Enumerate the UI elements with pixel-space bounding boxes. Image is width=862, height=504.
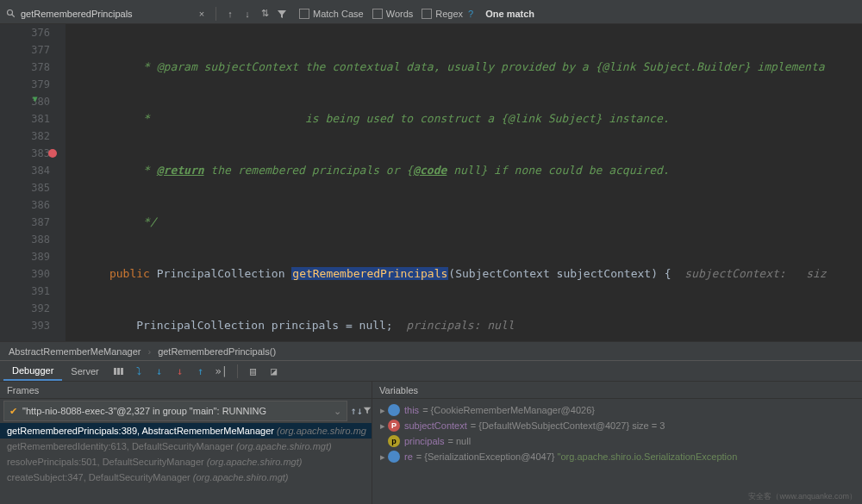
frames-pane: Frames ✔ "http-nio-8088-exec-3"@2,327 in… (0, 382, 372, 504)
frames-header: Frames (0, 382, 372, 399)
filter-frames-icon[interactable] (363, 405, 372, 417)
check-icon: ✔ (9, 406, 17, 417)
prev-frame-icon[interactable]: ↑ (351, 405, 357, 417)
run-to-cursor-icon[interactable]: »| (214, 364, 229, 379)
code-line: public PrincipalCollection getRemembered… (66, 265, 862, 283)
gutter: 3763773783793803813823833843853863873883… (0, 24, 66, 341)
next-match-button[interactable]: ↓ (240, 7, 254, 21)
chevron-down-icon: ⌄ (334, 406, 341, 417)
match-case-checkbox[interactable]: Match Case (299, 9, 364, 19)
code-line: * @param subjectContext the contextual d… (66, 59, 862, 76)
svg-rect-2 (114, 368, 116, 375)
breakpoint-icon[interactable] (48, 149, 57, 158)
breadcrumb[interactable]: AbstractRememberMeManager › getRemembere… (0, 341, 862, 360)
filter-icon[interactable] (275, 7, 289, 21)
chevron-right-icon: › (147, 346, 151, 357)
threads-icon[interactable] (110, 364, 126, 379)
tab-debugger[interactable]: Debugger (3, 362, 62, 381)
select-all-button[interactable]: ⇅ (258, 7, 272, 21)
svg-line-1 (12, 14, 15, 16)
code-line: PrincipalCollection principals = null; p… (66, 317, 862, 334)
svg-rect-3 (117, 368, 120, 375)
step-out-icon[interactable]: ↑ (193, 364, 209, 379)
search-icon (5, 8, 17, 20)
find-help-icon[interactable]: ? (468, 9, 473, 19)
variables-header: Variables (372, 382, 862, 399)
code-line: * @return the remembered principals or {… (66, 162, 862, 179)
step-into-icon[interactable]: ↓ (152, 364, 167, 379)
run-gutter-icon[interactable]: ▶ (31, 96, 41, 102)
code-area[interactable]: * @param subjectContext the contextual d… (66, 24, 862, 341)
tab-server[interactable]: Server (62, 363, 107, 380)
variable-row[interactable]: ▸PsubjectContext = {DefaultWebSubjectCon… (378, 418, 857, 433)
variable-list[interactable]: ▸this = {CookieRememberMeManager@4026}▸P… (372, 399, 862, 504)
next-frame-icon[interactable]: ↓ (357, 405, 363, 417)
match-count: One match (485, 9, 534, 19)
find-bar: × ↑ ↓ ⇅ Match Case Words Regex ? One mat… (0, 3, 862, 24)
debugger-panel: Debugger Server ⤵ ↓ ↓ ↑ »| ▤ ◪ Frames ✔ … (0, 360, 862, 504)
clear-search-icon[interactable]: × (195, 7, 209, 21)
frame-row[interactable]: createSubject:347, DefaultSecurityManage… (0, 470, 372, 485)
variables-pane: Variables ▸this = {CookieRememberMeManag… (372, 382, 862, 504)
frame-list[interactable]: getRememberedPrincipals:389, AbstractRem… (0, 423, 372, 504)
variable-row[interactable]: pprincipals = null (378, 433, 857, 449)
words-checkbox[interactable]: Words (372, 9, 414, 19)
frame-row[interactable]: getRememberedIdentity:613, DefaultSecuri… (0, 439, 372, 454)
variable-row[interactable]: ▸re = {SerializationException@4047} "org… (378, 449, 857, 464)
frame-row[interactable]: resolvePrincipals:501, DefaultSecurityMa… (0, 454, 372, 470)
svg-point-0 (8, 9, 13, 15)
find-input[interactable] (21, 9, 193, 19)
editor-tabs (0, 0, 862, 3)
code-line: * is being used to construct a {@link Su… (66, 110, 862, 128)
breadcrumb-method[interactable]: getRememberedPrincipals() (158, 346, 276, 357)
regex-checkbox[interactable]: Regex (422, 9, 463, 19)
svg-rect-4 (121, 368, 123, 375)
code-line: */ (66, 214, 862, 231)
variable-row[interactable]: ▸this = {CookieRememberMeManager@4026} (378, 402, 857, 418)
force-step-icon[interactable]: ↓ (172, 364, 188, 379)
breadcrumb-class[interactable]: AbstractRememberMeManager (9, 346, 141, 357)
debug-toolbar: Debugger Server ⤵ ↓ ↓ ↑ »| ▤ ◪ (0, 361, 862, 382)
editor[interactable]: 3763773783793803813823833843853863873883… (0, 24, 862, 341)
evaluate-icon[interactable]: ▤ (246, 364, 261, 379)
step-over-icon[interactable]: ⤵ (131, 364, 147, 379)
frame-row[interactable]: getRememberedPrincipals:389, AbstractRem… (0, 423, 372, 439)
trace-icon[interactable]: ◪ (266, 364, 282, 379)
thread-selector[interactable]: ✔ "http-nio-8088-exec-3"@2,327 in group … (3, 401, 347, 421)
watermark: 安全客（www.anquanke.com） (748, 491, 857, 502)
prev-match-button[interactable]: ↑ (223, 7, 237, 21)
